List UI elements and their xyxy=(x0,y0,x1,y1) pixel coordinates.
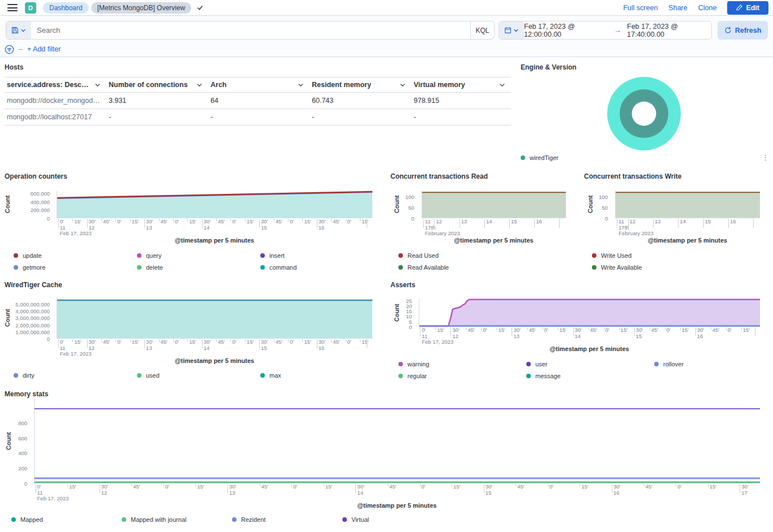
refresh-button[interactable]: Refresh xyxy=(718,21,768,40)
legend-item[interactable]: used xyxy=(137,372,260,379)
x-tick: 15' xyxy=(245,219,254,225)
x-tick: 30'14 xyxy=(202,219,211,231)
filter-list-icon[interactable] xyxy=(5,45,14,54)
y-axis-ticks: 100500 xyxy=(400,191,418,218)
legend-item[interactable]: Read Used xyxy=(398,252,500,259)
x-tick: 45' xyxy=(260,484,268,490)
legend-item[interactable]: Write Used xyxy=(592,252,694,259)
column-header-resident-memory[interactable]: Resident memory xyxy=(310,81,411,89)
x-tick: 0' xyxy=(676,484,681,490)
clone-link[interactable]: Clone xyxy=(698,4,717,12)
legend-label: query xyxy=(146,252,162,259)
column-header-arch[interactable]: Arch xyxy=(208,81,310,89)
x-tick: 15' xyxy=(708,484,716,490)
date-range-start[interactable]: Feb 17, 2023 @ 12:00:00.00 xyxy=(524,23,608,38)
legend-item[interactable]: dirty xyxy=(14,372,137,379)
asserts-title: Asserts xyxy=(390,281,415,289)
legend-item[interactable]: Mapped xyxy=(11,516,122,523)
x-tick: 45' xyxy=(388,484,396,490)
legend-dot-icon xyxy=(526,362,531,366)
x-tick: 30'14 xyxy=(355,484,364,496)
y-tick-label: 200 xyxy=(18,465,27,472)
concurrent-write-chart[interactable] xyxy=(615,191,760,218)
panel-options-icon[interactable]: ⋮ xyxy=(762,154,769,161)
legend-dot-icon xyxy=(398,253,403,258)
legend-item[interactable]: Write Available xyxy=(592,264,694,271)
concurrent-read-chart[interactable] xyxy=(422,191,566,218)
x-tick: 0' xyxy=(346,339,351,345)
x-tick: 45' xyxy=(711,327,719,334)
wiredtiger-cache-chart[interactable] xyxy=(57,297,372,339)
legend-label: insert xyxy=(269,252,285,259)
legend-item[interactable]: Read Available xyxy=(398,264,500,271)
legend-item[interactable]: query xyxy=(137,252,260,259)
space-avatar[interactable]: D xyxy=(25,2,36,14)
asserts-chart[interactable] xyxy=(419,299,760,327)
x-tick: 0' xyxy=(164,484,169,490)
edit-button[interactable]: Edit xyxy=(727,1,768,15)
operation-counters-chart[interactable] xyxy=(57,191,372,218)
legend-item[interactable]: update xyxy=(14,252,137,259)
legend-dot-icon xyxy=(14,253,18,258)
date-quick-select-button[interactable] xyxy=(499,21,524,39)
pencil-icon xyxy=(736,5,742,11)
legend-label: dirty xyxy=(23,372,35,379)
memory-stats-chart[interactable] xyxy=(34,399,760,483)
legend-dot-icon xyxy=(260,265,265,270)
share-link[interactable]: Share xyxy=(668,4,687,12)
legend-item[interactable]: rollover xyxy=(654,361,773,367)
legend-label: command xyxy=(269,264,297,271)
legend-item[interactable]: insert xyxy=(260,252,384,259)
x-tick: 12 xyxy=(434,219,442,225)
x-tick: 15' xyxy=(302,339,311,345)
x-axis-title: @timestamp per 5 minutes xyxy=(419,345,760,352)
menu-icon[interactable] xyxy=(7,4,18,11)
legend-label: Mapped xyxy=(20,516,43,523)
cell-virtual-memory: 978.915 xyxy=(411,97,511,105)
column-header-virtual-memory[interactable]: Virtual memory xyxy=(411,81,511,89)
legend-item[interactable]: getmore xyxy=(14,264,137,271)
legend-item[interactable]: Mapped with journal xyxy=(122,516,232,523)
x-tick: 15' xyxy=(558,327,566,334)
legend-item[interactable]: user xyxy=(526,361,654,367)
legend-item[interactable]: warning xyxy=(398,361,526,367)
legend-item[interactable]: wiredTiger xyxy=(521,154,559,161)
legend-item[interactable]: Rezident xyxy=(232,516,342,523)
column-header-service-address[interactable]: service.address: Descending xyxy=(5,81,106,89)
x-tick: 15' xyxy=(130,339,139,345)
date-range-end[interactable]: Feb 17, 2023 @ 17:40:00.00 xyxy=(627,23,711,38)
y-tick-label: 1,000,000,000 xyxy=(15,328,50,335)
x-tick: 0' xyxy=(173,339,179,345)
legend-item[interactable]: regular xyxy=(398,373,526,379)
legend-dot-icon xyxy=(398,374,403,378)
x-tick: 0' xyxy=(288,219,294,225)
breadcrumb-current[interactable]: [Metrics MongoDB] Overview xyxy=(91,2,191,14)
legend-item[interactable]: message xyxy=(526,373,654,379)
y-tick-label: 400,000 xyxy=(31,198,50,205)
hosts-table-header: service.address: Descending Number of co… xyxy=(5,77,511,93)
engine-version-donut-chart[interactable] xyxy=(607,76,681,151)
x-axis-title: @timestamp per 5 minutes xyxy=(615,237,760,244)
legend-dot-icon xyxy=(232,517,237,522)
y-tick-label: 5,000,000,000 xyxy=(15,301,50,307)
legend-item[interactable]: delete xyxy=(137,264,260,271)
legend-item[interactable]: max xyxy=(260,372,384,379)
search-input[interactable]: Search xyxy=(31,21,470,39)
y-axis-ticks: 8006004002000 xyxy=(8,399,31,483)
hosts-table: service.address: Descending Number of co… xyxy=(5,77,511,126)
column-header-connections[interactable]: Number of connections xyxy=(106,81,208,89)
legend-item[interactable]: command xyxy=(260,264,384,271)
x-tick: 45' xyxy=(131,484,140,490)
add-filter-button[interactable]: + Add filter xyxy=(27,45,61,53)
legend-dot-icon xyxy=(137,373,141,378)
legend-item[interactable]: Virtual xyxy=(342,516,453,523)
saved-query-menu-button[interactable] xyxy=(6,21,31,39)
breadcrumb-dashboard[interactable]: Dashboard xyxy=(43,2,89,14)
x-tick: 45' xyxy=(466,327,474,334)
x-axis-title: @timestamp per 5 minutes xyxy=(422,237,566,244)
x-tick: 45' xyxy=(216,219,225,225)
full-screen-link[interactable]: Full screen xyxy=(623,4,658,12)
legend-dot-icon xyxy=(11,517,16,522)
legend-dot-icon xyxy=(122,517,126,522)
kql-button[interactable]: KQL xyxy=(470,21,494,39)
